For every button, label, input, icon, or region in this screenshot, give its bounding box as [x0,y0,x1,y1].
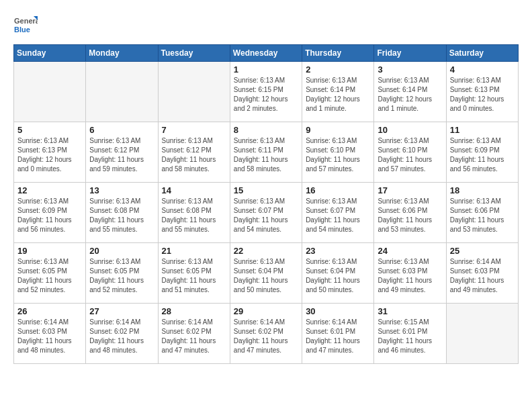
weekday-header-row: SundayMondayTuesdayWednesdayThursdayFrid… [14,45,519,62]
day-cell: 26Sunrise: 6:14 AM Sunset: 6:03 PM Dayli… [14,304,86,364]
day-number: 10 [378,125,442,135]
day-info: Sunrise: 6:13 AM Sunset: 6:07 PM Dayligh… [234,197,298,234]
day-cell: 7Sunrise: 6:13 AM Sunset: 6:12 PM Daylig… [158,122,230,183]
day-info: Sunrise: 6:15 AM Sunset: 6:01 PM Dayligh… [378,318,442,355]
day-number: 20 [89,246,154,256]
day-info: Sunrise: 6:13 AM Sunset: 6:08 PM Dayligh… [89,197,154,234]
day-number: 9 [306,125,370,135]
day-cell: 12Sunrise: 6:13 AM Sunset: 6:09 PM Dayli… [14,183,86,243]
calendar-table: SundayMondayTuesdayWednesdayThursdayFrid… [13,44,519,364]
day-info: Sunrise: 6:13 AM Sunset: 6:14 PM Dayligh… [378,76,442,113]
day-info: Sunrise: 6:13 AM Sunset: 6:14 PM Dayligh… [306,76,370,113]
day-cell: 15Sunrise: 6:13 AM Sunset: 6:07 PM Dayli… [230,183,302,243]
day-cell: 10Sunrise: 6:13 AM Sunset: 6:10 PM Dayli… [374,122,446,183]
day-info: Sunrise: 6:13 AM Sunset: 6:10 PM Dayligh… [378,136,442,174]
day-info: Sunrise: 6:13 AM Sunset: 6:05 PM Dayligh… [162,257,226,295]
day-info: Sunrise: 6:13 AM Sunset: 6:10 PM Dayligh… [306,136,370,174]
day-info: Sunrise: 6:13 AM Sunset: 6:05 PM Dayligh… [89,257,154,295]
day-cell: 28Sunrise: 6:14 AM Sunset: 6:02 PM Dayli… [158,304,230,364]
day-cell [446,304,518,364]
day-number: 4 [450,64,515,75]
day-number: 6 [89,125,154,135]
day-number: 14 [162,185,226,195]
day-cell: 1Sunrise: 6:13 AM Sunset: 6:15 PM Daylig… [230,62,302,122]
week-row-3: 12Sunrise: 6:13 AM Sunset: 6:09 PM Dayli… [14,183,519,243]
day-number: 13 [89,185,154,195]
day-cell: 31Sunrise: 6:15 AM Sunset: 6:01 PM Dayli… [374,304,446,364]
week-row-5: 26Sunrise: 6:14 AM Sunset: 6:03 PM Dayli… [14,304,519,364]
day-info: Sunrise: 6:13 AM Sunset: 6:13 PM Dayligh… [450,76,515,113]
day-cell: 24Sunrise: 6:13 AM Sunset: 6:03 PM Dayli… [374,243,446,304]
day-info: Sunrise: 6:13 AM Sunset: 6:06 PM Dayligh… [378,197,442,234]
day-number: 16 [306,185,370,195]
day-info: Sunrise: 6:14 AM Sunset: 6:02 PM Dayligh… [162,318,226,355]
week-row-4: 19Sunrise: 6:13 AM Sunset: 6:05 PM Dayli… [14,243,519,304]
day-info: Sunrise: 6:14 AM Sunset: 6:02 PM Dayligh… [234,318,298,355]
day-cell: 16Sunrise: 6:13 AM Sunset: 6:07 PM Dayli… [302,183,374,243]
day-number: 29 [234,306,298,316]
day-cell: 4Sunrise: 6:13 AM Sunset: 6:13 PM Daylig… [446,62,518,122]
day-number: 5 [17,125,82,135]
day-number: 19 [17,246,82,256]
day-number: 28 [162,306,226,316]
day-cell: 8Sunrise: 6:13 AM Sunset: 6:11 PM Daylig… [230,122,302,183]
day-cell: 13Sunrise: 6:13 AM Sunset: 6:08 PM Dayli… [86,183,158,243]
day-number: 3 [378,64,442,75]
day-number: 15 [234,185,298,195]
day-number: 8 [234,125,298,135]
day-cell: 19Sunrise: 6:13 AM Sunset: 6:05 PM Dayli… [14,243,86,304]
day-cell: 17Sunrise: 6:13 AM Sunset: 6:06 PM Dayli… [374,183,446,243]
day-cell [14,62,86,122]
day-info: Sunrise: 6:13 AM Sunset: 6:09 PM Dayligh… [17,197,82,234]
weekday-header-saturday: Saturday [446,45,518,62]
day-cell: 29Sunrise: 6:14 AM Sunset: 6:02 PM Dayli… [230,304,302,364]
svg-text:General: General [14,17,38,25]
day-cell: 20Sunrise: 6:13 AM Sunset: 6:05 PM Dayli… [86,243,158,304]
day-info: Sunrise: 6:13 AM Sunset: 6:04 PM Dayligh… [306,257,370,295]
weekday-header-friday: Friday [374,45,446,62]
weekday-header-monday: Monday [86,45,158,62]
day-cell [158,62,230,122]
weekday-header-tuesday: Tuesday [158,45,230,62]
day-number: 2 [306,64,370,75]
day-number: 18 [450,185,515,195]
day-cell [86,62,158,122]
day-cell: 23Sunrise: 6:13 AM Sunset: 6:04 PM Dayli… [302,243,374,304]
day-cell: 22Sunrise: 6:13 AM Sunset: 6:04 PM Dayli… [230,243,302,304]
logo: General Blue [13,13,38,38]
day-cell: 30Sunrise: 6:14 AM Sunset: 6:01 PM Dayli… [302,304,374,364]
day-cell: 25Sunrise: 6:14 AM Sunset: 6:03 PM Dayli… [446,243,518,304]
day-info: Sunrise: 6:13 AM Sunset: 6:09 PM Dayligh… [450,136,515,174]
day-number: 12 [17,185,82,195]
day-info: Sunrise: 6:14 AM Sunset: 6:01 PM Dayligh… [306,318,370,355]
weekday-header-sunday: Sunday [14,45,86,62]
day-info: Sunrise: 6:13 AM Sunset: 6:07 PM Dayligh… [306,197,370,234]
day-cell: 18Sunrise: 6:13 AM Sunset: 6:06 PM Dayli… [446,183,518,243]
day-number: 7 [162,125,226,135]
day-info: Sunrise: 6:13 AM Sunset: 6:12 PM Dayligh… [162,136,226,174]
day-info: Sunrise: 6:13 AM Sunset: 6:12 PM Dayligh… [89,136,154,174]
day-info: Sunrise: 6:13 AM Sunset: 6:03 PM Dayligh… [378,257,442,295]
day-cell: 2Sunrise: 6:13 AM Sunset: 6:14 PM Daylig… [302,62,374,122]
day-cell: 14Sunrise: 6:13 AM Sunset: 6:08 PM Dayli… [158,183,230,243]
day-info: Sunrise: 6:13 AM Sunset: 6:04 PM Dayligh… [234,257,298,295]
day-info: Sunrise: 6:13 AM Sunset: 6:05 PM Dayligh… [17,257,82,295]
day-info: Sunrise: 6:13 AM Sunset: 6:08 PM Dayligh… [162,197,226,234]
weekday-header-wednesday: Wednesday [230,45,302,62]
day-number: 1 [234,64,298,75]
day-info: Sunrise: 6:13 AM Sunset: 6:06 PM Dayligh… [450,197,515,234]
day-number: 25 [450,246,515,256]
day-number: 24 [378,246,442,256]
day-info: Sunrise: 6:13 AM Sunset: 6:11 PM Dayligh… [234,136,298,174]
day-number: 11 [450,125,515,135]
day-info: Sunrise: 6:14 AM Sunset: 6:03 PM Dayligh… [17,318,82,355]
day-cell: 11Sunrise: 6:13 AM Sunset: 6:09 PM Dayli… [446,122,518,183]
day-info: Sunrise: 6:14 AM Sunset: 6:03 PM Dayligh… [450,257,515,295]
day-cell: 3Sunrise: 6:13 AM Sunset: 6:14 PM Daylig… [374,62,446,122]
day-number: 21 [162,246,226,256]
day-cell: 9Sunrise: 6:13 AM Sunset: 6:10 PM Daylig… [302,122,374,183]
week-row-2: 5Sunrise: 6:13 AM Sunset: 6:13 PM Daylig… [14,122,519,183]
day-cell: 6Sunrise: 6:13 AM Sunset: 6:12 PM Daylig… [86,122,158,183]
day-info: Sunrise: 6:13 AM Sunset: 6:15 PM Dayligh… [234,76,298,113]
day-cell: 27Sunrise: 6:14 AM Sunset: 6:02 PM Dayli… [86,304,158,364]
